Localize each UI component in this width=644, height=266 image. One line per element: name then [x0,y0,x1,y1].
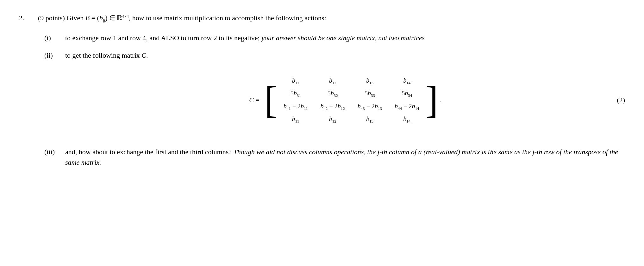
cell-2-3: 5b33 [358,88,382,99]
subproblem-ii-content: to get the following matrix C. C = [ b11… [65,50,625,140]
cell-4-1: b11 [284,114,308,124]
equation-number: (2) [617,95,625,105]
matrix-lhs: C = [249,95,259,105]
cell-4-3: b13 [358,114,382,124]
subproblem-i: (i) to exchange row 1 and row 4, and ALS… [44,33,625,43]
cell-1-2: b12 [321,76,345,86]
bracket-right: ] [425,81,438,119]
cell-4-4: b14 [395,114,419,124]
subproblem-ii-label: (ii) [44,50,60,140]
cell-2-2: 5b32 [321,88,345,99]
problem-num-label: 2. [19,14,24,22]
problem-content: (9 points) Given B = (bij) ∈ ℝ4×4, how t… [38,13,625,174]
subproblem-iii-label: (iii) [44,147,60,168]
matrix-grid: b11 b12 b13 b14 5b31 5b32 5b33 5b34 b4 [277,73,426,127]
cell-4-2: b12 [321,114,345,124]
subproblem-i-label: (i) [44,33,60,43]
subproblem-iii: (iii) and, how about to exchange the fir… [44,147,625,168]
subproblems-list: (i) to exchange row 1 and row 4, and ALS… [38,33,625,168]
subproblem-iii-content: and, how about to exchange the first and… [65,147,625,168]
subproblem-i-content: to exchange row 1 and row 4, and ALSO to… [65,33,625,43]
matrix-wrapper: [ b11 b12 b13 b14 5b31 5b32 5b33 [265,73,438,127]
problem-intro: (9 points) Given B = (bij) ∈ ℝ4×4, how t… [38,13,625,24]
cell-3-4: b44 − 2b14 [395,101,419,112]
bracket-left: [ [265,81,277,119]
cell-3-3: b43 − 2b13 [358,101,382,112]
problem-number: 2. [19,13,38,174]
cell-1-3: b13 [358,76,382,86]
cell-2-4: 5b34 [395,88,419,99]
problem-container: 2. (9 points) Given B = (bij) ∈ ℝ4×4, ho… [19,13,625,174]
matrix-equation: C = [ b11 b12 b13 b14 5b31 5 [65,73,625,127]
cell-1-1: b11 [284,76,308,86]
matrix-period: . [439,95,441,105]
subproblem-ii: (ii) to get the following matrix C. C = … [44,50,625,140]
cell-3-1: b41 − 2b11 [284,101,308,112]
cell-3-2: b42 − 2b12 [321,101,345,112]
cell-2-1: 5b31 [284,88,308,99]
cell-1-4: b14 [395,76,419,86]
